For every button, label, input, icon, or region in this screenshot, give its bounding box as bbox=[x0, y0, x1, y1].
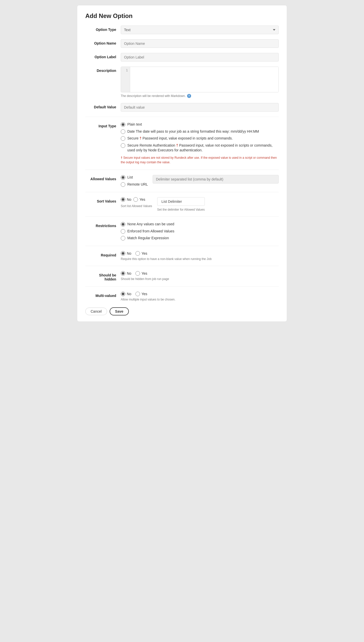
hidden-yes-radio[interactable] bbox=[135, 271, 140, 276]
sort-values-content: No Yes Sort list Allowed Values List Del… bbox=[121, 197, 279, 211]
restrictions-regex-item: Match Regular Expression bbox=[121, 236, 279, 241]
input-type-secure-remote-radio[interactable] bbox=[121, 143, 125, 148]
option-type-label: Option Type bbox=[85, 26, 121, 32]
sort-values-inner: No Yes Sort list Allowed Values List Del… bbox=[121, 197, 279, 211]
sort-no-yes-row: No Yes bbox=[121, 197, 152, 202]
hidden-row: Should be hidden No Yes Should be hidden… bbox=[85, 271, 279, 287]
hidden-label: Should be hidden bbox=[85, 271, 121, 281]
restrictions-row: Restrictions None Any values can be used… bbox=[85, 222, 279, 246]
required-label: Required bbox=[85, 251, 121, 257]
sort-no-radio[interactable] bbox=[121, 197, 125, 202]
input-type-secure-remote: Secure Remote Authentication † Password … bbox=[121, 143, 279, 153]
required-no-label[interactable]: No bbox=[127, 251, 131, 255]
restrictions-none-extra: Any values can be used bbox=[137, 222, 174, 226]
description-row: Description 1 The description will be re… bbox=[85, 67, 279, 98]
cancel-button[interactable]: Cancel bbox=[85, 308, 107, 315]
date-help-text: The date will pass to your job as a stri… bbox=[136, 129, 259, 133]
buttons-row: Cancel Save bbox=[85, 307, 279, 315]
required-content: No Yes Require this option to have a non… bbox=[121, 251, 279, 261]
description-help: The description will be rendered with Ma… bbox=[121, 94, 279, 98]
allowed-values-label: Allowed Values bbox=[85, 175, 121, 181]
multi-valued-yes-radio[interactable] bbox=[135, 292, 140, 296]
multi-valued-radios: No Yes bbox=[121, 292, 279, 296]
default-value-content bbox=[121, 103, 279, 112]
allowed-list-radio[interactable] bbox=[121, 175, 125, 180]
allowed-values-inner-row: List Remote URL bbox=[121, 175, 279, 187]
required-help-text: Require this option to have a non-blank … bbox=[121, 257, 279, 261]
restrictions-none-radio[interactable] bbox=[121, 222, 125, 227]
list-delimiter-help: Set the delimiter for Allowed Values bbox=[157, 208, 205, 211]
page-title: Add New Option bbox=[85, 12, 279, 19]
allowed-list-label[interactable]: List bbox=[127, 175, 133, 180]
restrictions-enforced-item: Enforced from Allowed Values bbox=[121, 229, 279, 234]
multi-valued-yes-label[interactable]: Yes bbox=[141, 292, 147, 296]
restrictions-content: None Any values can be used Enforced fro… bbox=[121, 222, 279, 241]
restrictions-none-item: None Any values can be used bbox=[121, 222, 279, 227]
default-value-input[interactable] bbox=[121, 103, 279, 112]
input-type-plain-radio[interactable] bbox=[121, 122, 125, 127]
hidden-no-label[interactable]: No bbox=[127, 271, 131, 275]
footnote-dagger: † bbox=[121, 156, 123, 159]
allowed-values-input[interactable] bbox=[153, 175, 279, 184]
input-type-plain-text: Plain text bbox=[121, 122, 279, 127]
input-type-date-radio[interactable] bbox=[121, 129, 125, 134]
option-name-content bbox=[121, 39, 279, 48]
input-type-plain-label[interactable]: Plain text bbox=[127, 122, 142, 127]
multi-valued-label: Multi-valued bbox=[85, 292, 121, 298]
description-help-text: The description will be rendered with Ma… bbox=[121, 94, 186, 98]
secure-dagger: † bbox=[139, 136, 141, 140]
list-delimiter-section: List Delimiter Set the delimiter for All… bbox=[157, 197, 205, 211]
default-value-row: Default Value bbox=[85, 103, 279, 117]
save-button[interactable]: Save bbox=[110, 307, 129, 315]
list-delimiter-box: List Delimiter bbox=[157, 197, 205, 206]
description-label: Description bbox=[85, 67, 121, 73]
sort-yes-label[interactable]: Yes bbox=[139, 197, 145, 202]
required-yes-label[interactable]: Yes bbox=[141, 251, 147, 255]
hidden-label-line1: Should be bbox=[99, 273, 116, 277]
input-type-secure-remote-label[interactable]: Secure Remote Authentication † Password … bbox=[127, 143, 279, 153]
restrictions-enforced-label[interactable]: Enforced from Allowed Values bbox=[127, 229, 174, 234]
restrictions-none-label[interactable]: None Any values can be used bbox=[127, 222, 174, 227]
option-label-input[interactable] bbox=[121, 53, 279, 62]
input-type-date-label[interactable]: Date The date will pass to your job as a… bbox=[127, 129, 259, 134]
option-type-select[interactable]: Text File Integer Float Boolean bbox=[121, 26, 279, 34]
help-icon[interactable]: ? bbox=[187, 94, 191, 98]
allowed-remote-label[interactable]: Remote URL bbox=[127, 182, 148, 187]
description-textarea-wrapper: 1 bbox=[121, 67, 279, 92]
allowed-list-item: List bbox=[121, 175, 149, 180]
add-new-option-card: Add New Option Option Type Text File Int… bbox=[77, 5, 287, 322]
required-yes-radio[interactable] bbox=[135, 251, 140, 256]
allowed-remote-radio[interactable] bbox=[121, 182, 125, 187]
required-yes-item: Yes bbox=[135, 251, 147, 256]
multi-valued-yes-item: Yes bbox=[135, 292, 147, 296]
restrictions-regex-label[interactable]: Match Regular Expression bbox=[127, 236, 169, 241]
hidden-help-text: Should be hidden from job run page bbox=[121, 277, 279, 281]
restrictions-regex-radio[interactable] bbox=[121, 236, 125, 240]
sort-yes-radio[interactable] bbox=[133, 197, 138, 202]
input-type-secure-radio[interactable] bbox=[121, 136, 125, 141]
required-no-item: No bbox=[121, 251, 131, 256]
multi-valued-no-radio[interactable] bbox=[121, 292, 125, 296]
hidden-label-line2: hidden bbox=[105, 277, 116, 281]
hidden-no-item: No bbox=[121, 271, 131, 276]
required-no-radio[interactable] bbox=[121, 251, 125, 256]
sort-no-label[interactable]: No bbox=[127, 197, 131, 202]
option-name-label: Option Name bbox=[85, 39, 121, 45]
input-type-label: Input Type bbox=[85, 122, 121, 128]
sort-values-label: Sort Values bbox=[85, 197, 121, 203]
allowed-values-row: Allowed Values List Remote URL bbox=[85, 175, 279, 192]
required-row: Required No Yes Require this option to h… bbox=[85, 251, 279, 266]
input-type-radio-group: Plain text Date The date will pass to yo… bbox=[121, 122, 279, 153]
input-type-footnote: † Secure input values are not stored by … bbox=[121, 155, 279, 165]
input-type-content: Plain text Date The date will pass to yo… bbox=[121, 122, 279, 165]
description-textarea[interactable] bbox=[130, 67, 278, 92]
hidden-no-radio[interactable] bbox=[121, 271, 125, 276]
allowed-values-input-wrapper bbox=[153, 175, 279, 184]
input-type-secure-label[interactable]: Secure † Password input, value exposed i… bbox=[127, 136, 233, 141]
restrictions-enforced-radio[interactable] bbox=[121, 229, 125, 234]
option-name-input[interactable] bbox=[121, 39, 279, 48]
secure-remote-dagger: † bbox=[176, 143, 178, 147]
multi-valued-no-label[interactable]: No bbox=[127, 292, 131, 296]
input-type-date: Date The date will pass to your job as a… bbox=[121, 129, 279, 134]
hidden-yes-label[interactable]: Yes bbox=[141, 271, 147, 275]
